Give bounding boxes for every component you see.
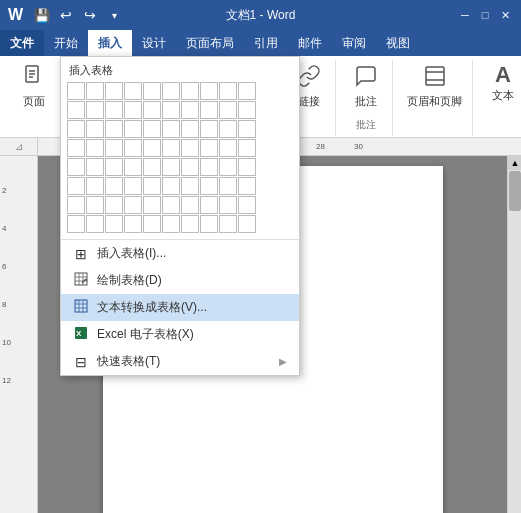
grid-cell[interactable] <box>67 158 85 176</box>
grid-cell[interactable] <box>86 82 104 100</box>
grid-cell[interactable] <box>200 120 218 138</box>
grid-cell[interactable] <box>200 82 218 100</box>
grid-cell[interactable] <box>200 177 218 195</box>
ribbon-item-page[interactable]: 页面 <box>14 62 54 111</box>
ribbon-item-comment[interactable]: 批注 <box>346 62 386 111</box>
ribbon-item-text[interactable]: A 文本 <box>483 62 521 105</box>
grid-cell[interactable] <box>238 101 256 119</box>
quick-save-icon[interactable]: 💾 <box>33 6 51 24</box>
grid-cell[interactable] <box>238 120 256 138</box>
restore-icon[interactable]: □ <box>477 7 493 23</box>
grid-cell[interactable] <box>200 101 218 119</box>
grid-cell[interactable] <box>181 101 199 119</box>
grid-cell[interactable] <box>162 139 180 157</box>
grid-cell[interactable] <box>181 215 199 233</box>
tab-references[interactable]: 引用 <box>244 30 288 56</box>
grid-cell[interactable] <box>143 158 161 176</box>
menu-draw-table[interactable]: 绘制表格(D) <box>61 267 299 294</box>
grid-cell[interactable] <box>200 215 218 233</box>
grid-cell[interactable] <box>105 177 123 195</box>
grid-cell[interactable] <box>143 139 161 157</box>
tab-design[interactable]: 设计 <box>132 30 176 56</box>
grid-cell[interactable] <box>143 196 161 214</box>
grid-cell[interactable] <box>67 215 85 233</box>
tab-insert[interactable]: 插入 <box>88 30 132 56</box>
grid-cell[interactable] <box>124 196 142 214</box>
grid-cell[interactable] <box>124 82 142 100</box>
quick-undo-icon[interactable]: ↩ <box>57 6 75 24</box>
grid-cell[interactable] <box>238 177 256 195</box>
grid-cell[interactable] <box>124 177 142 195</box>
grid-cell[interactable] <box>67 101 85 119</box>
grid-cell[interactable] <box>238 215 256 233</box>
minimize-icon[interactable]: ─ <box>457 7 473 23</box>
grid-cell[interactable] <box>105 196 123 214</box>
grid-cell[interactable] <box>181 177 199 195</box>
grid-cell[interactable] <box>162 82 180 100</box>
grid-cell[interactable] <box>67 120 85 138</box>
menu-quick-table[interactable]: ⊟ 快速表格(T) ▶ <box>61 348 299 375</box>
grid-cell[interactable] <box>67 139 85 157</box>
grid-cell[interactable] <box>67 196 85 214</box>
grid-cell[interactable] <box>181 120 199 138</box>
scrollbar-vertical[interactable]: ▲ <box>507 156 521 513</box>
grid-cell[interactable] <box>162 215 180 233</box>
grid-cell[interactable] <box>143 101 161 119</box>
grid-cell[interactable] <box>86 120 104 138</box>
tab-start[interactable]: 开始 <box>44 30 88 56</box>
grid-cell[interactable] <box>219 139 237 157</box>
grid-cell[interactable] <box>86 139 104 157</box>
grid-cell[interactable] <box>86 101 104 119</box>
grid-cell[interactable] <box>124 215 142 233</box>
grid-cell[interactable] <box>86 158 104 176</box>
grid-cell[interactable] <box>181 158 199 176</box>
tab-page-layout[interactable]: 页面布局 <box>176 30 244 56</box>
tab-file[interactable]: 文件 <box>0 30 44 56</box>
close-icon[interactable]: ✕ <box>497 7 513 23</box>
grid-cell[interactable] <box>105 139 123 157</box>
tab-view[interactable]: 视图 <box>376 30 420 56</box>
tab-review[interactable]: 审阅 <box>332 30 376 56</box>
grid-cell[interactable] <box>181 82 199 100</box>
grid-cell[interactable] <box>238 158 256 176</box>
grid-cell[interactable] <box>219 215 237 233</box>
ribbon-item-header[interactable]: 页眉和页脚 <box>403 62 466 111</box>
grid-cell[interactable] <box>162 101 180 119</box>
grid-cell[interactable] <box>200 196 218 214</box>
grid-cell[interactable] <box>124 120 142 138</box>
grid-cell[interactable] <box>105 120 123 138</box>
grid-cell[interactable] <box>162 158 180 176</box>
grid-cell[interactable] <box>86 177 104 195</box>
grid-cell[interactable] <box>219 120 237 138</box>
grid-cell[interactable] <box>238 82 256 100</box>
grid-cell[interactable] <box>181 196 199 214</box>
menu-excel-spreadsheet[interactable]: X Excel 电子表格(X) <box>61 321 299 348</box>
grid-cell[interactable] <box>67 82 85 100</box>
grid-cell[interactable] <box>124 101 142 119</box>
grid-cell[interactable] <box>162 196 180 214</box>
grid-cell[interactable] <box>181 139 199 157</box>
grid-cell[interactable] <box>67 177 85 195</box>
grid-cell[interactable] <box>143 82 161 100</box>
grid-cell[interactable] <box>105 158 123 176</box>
grid-cell[interactable] <box>105 215 123 233</box>
tab-mail[interactable]: 邮件 <box>288 30 332 56</box>
grid-cell[interactable] <box>162 177 180 195</box>
grid-cell[interactable] <box>200 139 218 157</box>
grid-cell[interactable] <box>219 101 237 119</box>
grid-cell[interactable] <box>105 101 123 119</box>
grid-cell[interactable] <box>143 177 161 195</box>
grid-cell[interactable] <box>105 82 123 100</box>
grid-cell[interactable] <box>86 215 104 233</box>
grid-container[interactable] <box>67 82 293 233</box>
grid-cell[interactable] <box>219 177 237 195</box>
quick-redo-icon[interactable]: ↪ <box>81 6 99 24</box>
menu-text-to-table[interactable]: T 文本转换成表格(V)... <box>61 294 299 321</box>
grid-cell[interactable] <box>200 158 218 176</box>
grid-cell[interactable] <box>143 215 161 233</box>
grid-cell[interactable] <box>162 120 180 138</box>
grid-cell[interactable] <box>219 82 237 100</box>
grid-cell[interactable] <box>124 158 142 176</box>
menu-insert-table[interactable]: ⊞ 插入表格(I)... <box>61 240 299 267</box>
grid-cell[interactable] <box>124 139 142 157</box>
